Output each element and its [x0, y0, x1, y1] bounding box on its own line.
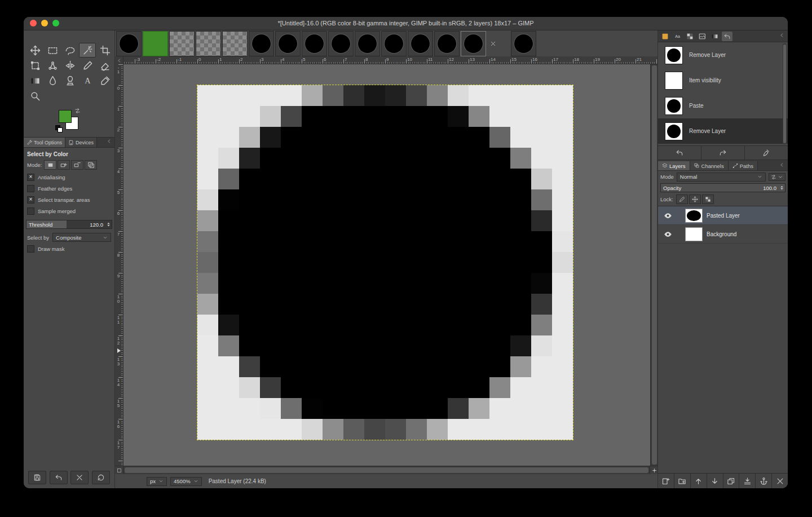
vertical-scrollbar-thumb[interactable]	[652, 65, 657, 465]
image-tab-circle[interactable]	[328, 31, 354, 56]
image-tab-circle[interactable]	[116, 31, 142, 56]
history-item[interactable]: Item visibility	[658, 68, 788, 93]
tool-crop-button[interactable]	[96, 43, 113, 58]
image-tab-checker[interactable]	[169, 31, 195, 56]
anchor-layer-button[interactable]	[756, 474, 772, 488]
clear-history-button[interactable]	[745, 146, 788, 160]
spinner-icon[interactable]	[106, 221, 111, 228]
history-item[interactable]: Paste	[658, 93, 788, 118]
duplicate-layer-button[interactable]	[723, 474, 740, 488]
reset-tool-options-button[interactable]	[92, 471, 110, 484]
layer-row-pasted-layer[interactable]: Pasted Layer	[658, 206, 788, 225]
foreground-color-swatch[interactable]	[59, 110, 72, 123]
tab-tool-options[interactable]: Tool Options	[24, 138, 65, 147]
subtract-mode-button[interactable]	[71, 160, 83, 170]
tool-move-button[interactable]	[27, 43, 43, 58]
history-scrollbar-thumb[interactable]	[783, 45, 786, 143]
lock-position-button[interactable]	[689, 195, 701, 204]
image-tab-circle[interactable]	[408, 31, 433, 56]
dock-tab-images[interactable]	[697, 32, 708, 41]
image-tab-circle[interactable]	[302, 31, 327, 56]
tab-channels[interactable]: Channels	[690, 161, 729, 170]
restore-tool-preset-button[interactable]	[50, 471, 68, 484]
history-scrollbar[interactable]	[783, 43, 787, 144]
tool-zoom-button[interactable]	[27, 89, 43, 103]
minimize-window-button[interactable]	[41, 20, 48, 26]
vertical-ruler[interactable]: -101234567891011121314151617	[115, 64, 123, 466]
zoom-combo[interactable]: 4500%	[170, 477, 202, 486]
canvas-viewport[interactable]	[123, 64, 650, 466]
lock-alpha-button[interactable]	[702, 195, 714, 204]
vertical-scrollbar[interactable]	[650, 64, 658, 466]
visibility-eye-icon[interactable]	[662, 211, 673, 220]
tool-rectangle-select-button[interactable]	[44, 43, 61, 58]
default-colors-icon[interactable]	[55, 125, 63, 131]
lower-layer-button[interactable]	[707, 474, 723, 488]
tool-unified-transform-button[interactable]	[27, 58, 43, 73]
redo-button[interactable]	[701, 146, 745, 160]
sample-merged-checkbox[interactable]	[27, 207, 34, 215]
close-window-button[interactable]	[30, 20, 37, 26]
image-tab-checker[interactable]	[222, 31, 248, 56]
layers-menu-button[interactable]	[779, 162, 786, 169]
close-image-button[interactable]	[489, 39, 497, 47]
dock-menu-button[interactable]	[779, 33, 786, 39]
visibility-eye-icon[interactable]	[662, 230, 673, 238]
horizontal-scrollbar-thumb[interactable]	[125, 467, 648, 473]
blend-space-button[interactable]	[769, 173, 785, 181]
layer-mode-combo[interactable]: Normal	[677, 173, 766, 182]
dock-tab-tool-presets[interactable]	[660, 32, 670, 41]
image-tab-circle[interactable]	[434, 31, 460, 56]
tool-paintbrush-button[interactable]	[79, 58, 96, 73]
save-tool-preset-button[interactable]	[28, 471, 46, 484]
dock-tab-patterns[interactable]	[685, 32, 695, 41]
tool-flip-button[interactable]	[61, 58, 78, 73]
merge-down-button[interactable]	[739, 474, 756, 488]
image-tab-circle[interactable]	[355, 31, 380, 56]
raise-layer-button[interactable]	[691, 474, 707, 488]
tool-free-select-button[interactable]	[61, 43, 78, 58]
ruler-menu-button[interactable]	[115, 56, 123, 65]
quick-mask-button[interactable]	[115, 466, 123, 474]
layer-row-background[interactable]: Background	[658, 225, 788, 244]
horizontal-scrollbar[interactable]	[123, 466, 650, 474]
tool-eraser-button[interactable]	[96, 58, 113, 73]
new-group-button[interactable]	[674, 474, 691, 488]
draw-mask-checkbox[interactable]	[27, 245, 34, 253]
dock-tab-undo-history[interactable]	[722, 32, 732, 41]
add-mode-button[interactable]	[58, 160, 70, 170]
dock-tab-fonts[interactable]: Aa	[672, 32, 683, 41]
tool-ink-button[interactable]	[44, 73, 61, 88]
horizontal-ruler[interactable]: -3-2-10123456789101112131415161718192021	[123, 56, 658, 64]
tool-text-button[interactable]: A	[79, 73, 96, 88]
tab-devices[interactable]: Devices	[65, 138, 97, 147]
image-tab-circle[interactable]	[275, 31, 301, 56]
titlebar[interactable]: *[Untitled]-16.0 (RGB color 8-bit gamma …	[24, 17, 788, 30]
antialiasing-checkbox[interactable]: ×	[27, 174, 34, 181]
unit-combo[interactable]: px	[147, 477, 167, 486]
tool-select-by-color-button[interactable]	[79, 43, 96, 58]
tool-color-picker-button[interactable]	[96, 73, 113, 88]
image-tab-circle[interactable]	[381, 31, 407, 56]
panel-menu-button[interactable]	[107, 139, 113, 145]
spinner-icon[interactable]	[779, 184, 784, 191]
maximize-window-button[interactable]	[52, 20, 59, 26]
select-by-combo[interactable]: Composite	[52, 233, 111, 242]
canvas-image[interactable]	[197, 85, 573, 440]
image-tab-green[interactable]	[143, 31, 168, 56]
delete-tool-preset-button[interactable]	[70, 471, 89, 484]
tool-gradient-button[interactable]	[27, 73, 43, 88]
image-tab-circle[interactable]	[249, 31, 274, 56]
history-item[interactable]: Remove Layer	[658, 42, 788, 68]
tab-layers[interactable]: Layers	[658, 161, 690, 170]
tab-paths[interactable]: Paths	[729, 161, 758, 170]
tool-handle-transform-button[interactable]	[44, 58, 61, 73]
feather-edges-checkbox[interactable]	[27, 185, 34, 192]
lock-pixels-button[interactable]	[676, 195, 688, 204]
delete-layer-button[interactable]	[772, 474, 788, 488]
image-tab-circle[interactable]	[511, 31, 536, 56]
swap-colors-icon[interactable]	[74, 108, 81, 114]
navigation-button[interactable]	[650, 466, 658, 474]
image-tab-circle[interactable]	[461, 31, 486, 56]
threshold-slider[interactable]: Threshold 120.0	[26, 220, 112, 229]
